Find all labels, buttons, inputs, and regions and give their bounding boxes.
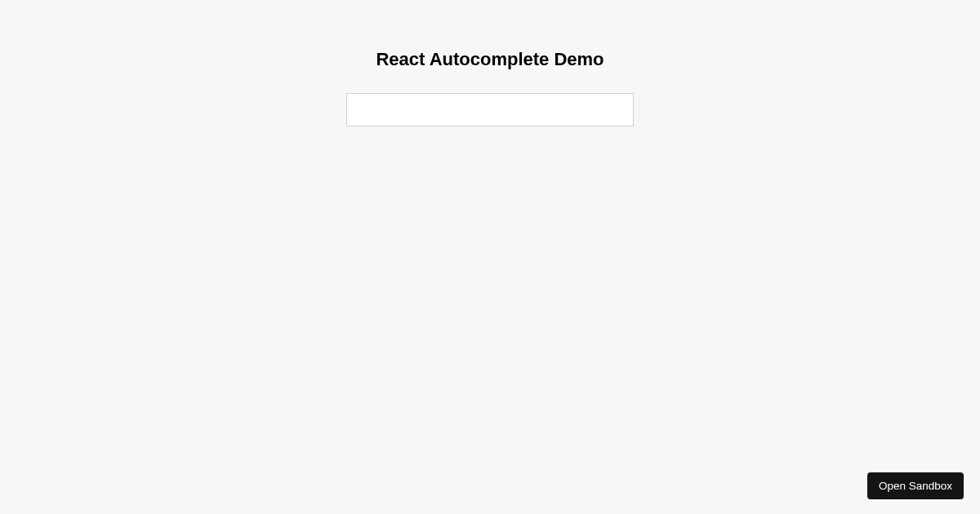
main-container: React Autocomplete Demo	[0, 0, 980, 126]
open-sandbox-button[interactable]: Open Sandbox	[867, 472, 964, 499]
autocomplete-input[interactable]	[346, 93, 634, 126]
page-title: React Autocomplete Demo	[376, 49, 604, 70]
